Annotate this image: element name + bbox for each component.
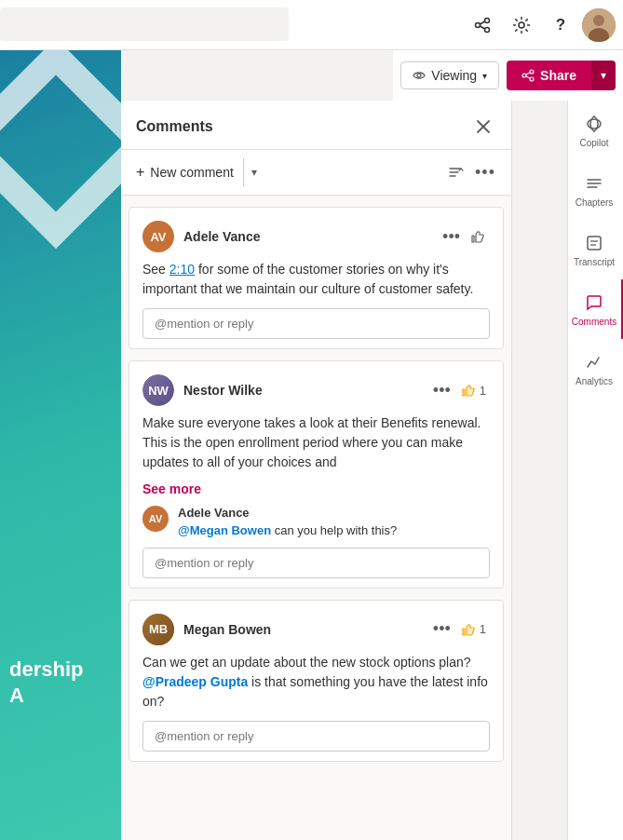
comment-header-2: NW Nestor Wilke ••• 1	[142, 374, 490, 406]
viewing-label: Viewing	[431, 68, 477, 83]
sidebar-item-comments[interactable]: Comments	[568, 279, 624, 339]
comment-like-button-2[interactable]: 1	[456, 380, 490, 400]
reply-avatar-adele: AV	[142, 506, 169, 532]
decorative-arrow	[0, 50, 121, 249]
comment-menu-button-2[interactable]: •••	[427, 379, 456, 402]
mention-megan: @Megan Bowen	[178, 523, 271, 537]
comment-card-1: AV Adele Vance ••• See 2:10 for some of …	[129, 207, 504, 349]
new-comment-label: New comment	[150, 165, 233, 180]
more-options-button[interactable]: •••	[470, 157, 500, 187]
comment-card-3: MB Megan Bowen ••• 1 Can we get an updat…	[129, 600, 504, 762]
comment-menu-button-1[interactable]: •••	[437, 225, 466, 249]
more-dots-icon: •••	[442, 227, 460, 246]
share-caret-icon: ▾	[601, 69, 606, 82]
svg-point-2	[485, 27, 490, 32]
svg-point-1	[485, 18, 490, 22]
reply-input-2[interactable]	[142, 548, 490, 578]
comment-like-count-2: 1	[480, 384, 486, 398]
comments-panel: Comments + New comment ▾ •••	[121, 101, 512, 840]
svg-line-14	[526, 76, 530, 78]
mention-pradeep: @Pradeep Gupta	[142, 674, 248, 689]
comment-avatar-adele: AV	[142, 221, 174, 252]
sort-icon	[447, 164, 464, 181]
sidebar-item-analytics[interactable]: Analytics	[568, 339, 624, 399]
network-icon-button[interactable]	[465, 7, 500, 43]
reply-input-1[interactable]	[142, 308, 490, 339]
more-dots-icon: •••	[433, 619, 451, 638]
thumb-icon-3	[460, 621, 477, 638]
top-bar: ?	[0, 0, 623, 50]
close-comments-button[interactable]	[470, 114, 496, 140]
reply-text-1: @Megan Bowen can you help with this?	[178, 522, 490, 540]
transcript-icon	[584, 233, 604, 253]
analytics-icon	[584, 352, 604, 373]
sidebar-item-chapters[interactable]: Chapters	[568, 160, 624, 220]
share-caret-button[interactable]: ▾	[591, 61, 616, 90]
comment-body-1: See 2:10 for some of the customer storie…	[142, 260, 490, 299]
comment-like-count-3: 1	[480, 622, 486, 636]
sidebar-item-copilot[interactable]: Copilot	[568, 101, 624, 160]
new-comment-button[interactable]: + New comment	[132, 158, 244, 186]
viewing-button[interactable]: Viewing ▾	[400, 61, 499, 89]
comments-toolbar: + New comment ▾ •••	[121, 150, 511, 196]
copilot-icon	[584, 114, 604, 134]
comment-timestamp-link[interactable]: 2:10	[169, 262, 195, 277]
transcript-label: Transcript	[574, 257, 615, 267]
comments-header: Comments	[121, 101, 511, 150]
more-dots-icon: •••	[475, 163, 495, 183]
comment-body-3: Can we get an update about the new stock…	[142, 653, 490, 711]
avatar-image	[582, 8, 616, 42]
action-bar: Viewing ▾ Share ▾	[393, 50, 623, 101]
plus-icon: +	[136, 164, 144, 181]
comment-avatar-megan: MB	[142, 614, 174, 645]
chapters-label: Chapters	[576, 197, 614, 208]
comments-icon	[584, 292, 604, 313]
reply-author-adele: Adele Vance	[178, 506, 490, 520]
svg-point-5	[519, 22, 524, 28]
comment-author-nestor: Nestor Wilke	[183, 383, 427, 398]
viewing-caret-icon: ▾	[482, 71, 487, 81]
reply-content-1: Adele Vance @Megan Bowen can you help wi…	[178, 506, 490, 540]
settings-icon-button[interactable]	[504, 7, 539, 43]
left-area-text: dership A	[9, 657, 83, 710]
comment-avatar-nestor: NW	[142, 374, 174, 406]
comment-header-1: AV Adele Vance •••	[142, 221, 490, 252]
user-avatar[interactable]	[582, 8, 616, 42]
see-more-link-2[interactable]: See more	[142, 481, 490, 496]
svg-line-3	[481, 21, 485, 24]
share-icon	[521, 69, 535, 82]
svg-point-11	[522, 74, 526, 77]
comment-menu-button-3[interactable]: •••	[427, 617, 456, 641]
reply-input-3[interactable]	[142, 721, 490, 752]
svg-rect-19	[588, 237, 601, 250]
svg-line-4	[481, 26, 485, 29]
comments-panel-title: Comments	[136, 118, 213, 135]
new-comment-caret-button[interactable]: ▾	[244, 160, 264, 184]
search-box[interactable]	[0, 7, 289, 41]
comment-like-button-3[interactable]: 1	[456, 619, 490, 640]
close-icon	[476, 119, 491, 134]
analytics-label: Analytics	[576, 376, 613, 386]
sort-comments-button[interactable]	[440, 157, 470, 187]
sidebar-item-transcript[interactable]: Transcript	[568, 220, 624, 279]
svg-point-7	[593, 15, 604, 26]
thumb-icon	[469, 228, 486, 245]
help-icon-button[interactable]: ?	[543, 7, 578, 43]
comment-author-adele: Adele Vance	[183, 229, 437, 244]
right-sidebar: Copilot Chapters Transcript Comments Ana…	[567, 50, 623, 840]
thumb-icon-2	[460, 382, 477, 399]
comment-like-button-1[interactable]	[466, 226, 490, 247]
share-main-button[interactable]: Share	[507, 61, 591, 90]
svg-line-13	[526, 73, 530, 75]
comment-body-2: Make sure everyone takes a look at their…	[142, 413, 490, 472]
settings-icon	[512, 16, 531, 34]
more-dots-icon: •••	[433, 381, 451, 400]
svg-point-15	[588, 119, 601, 129]
reply-block-1: AV Adele Vance @Megan Bowen can you help…	[142, 506, 490, 540]
comments-list: AV Adele Vance ••• See 2:10 for some of …	[121, 196, 511, 840]
svg-point-12	[530, 77, 534, 81]
viewing-icon	[413, 69, 426, 82]
comment-card-2: NW Nestor Wilke ••• 1 Make sure everyone…	[129, 360, 504, 589]
network-icon	[473, 16, 492, 34]
svg-point-9	[417, 74, 421, 77]
